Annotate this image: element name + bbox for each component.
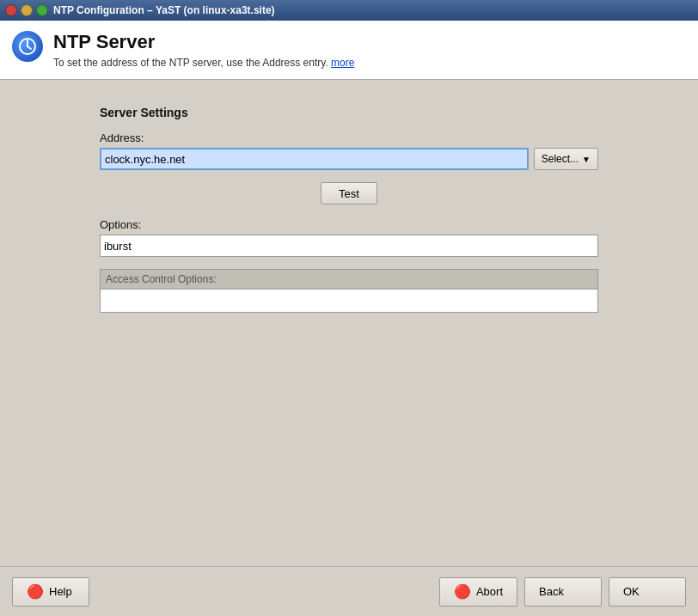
more-link[interactable]: more: [331, 57, 354, 69]
close-button[interactable]: [5, 4, 17, 16]
help-button[interactable]: 🔴 Help: [12, 577, 89, 607]
header-panel: NTP Server To set the address of the NTP…: [0, 21, 698, 80]
access-control-input[interactable]: [100, 289, 598, 313]
footer-right: 🔴 Abort Back OK: [439, 577, 686, 607]
access-control-label: Access Control Options:: [100, 269, 598, 289]
options-label: Options:: [100, 218, 598, 231]
footer-left: 🔴 Help: [12, 577, 89, 607]
server-settings-panel: Server Settings Address: Select... ▼ Tes…: [100, 106, 598, 313]
options-field-group: Options:: [100, 218, 598, 257]
test-row: Test: [100, 182, 598, 204]
main-content: Server Settings Address: Select... ▼ Tes…: [0, 80, 698, 566]
maximize-button[interactable]: [36, 4, 48, 16]
footer: 🔴 Help 🔴 Abort Back OK: [0, 566, 698, 616]
help-icon: 🔴: [27, 583, 44, 600]
select-button[interactable]: Select... ▼: [534, 148, 598, 170]
window-title: NTP Configuration – YaST (on linux-xa3t.…: [53, 4, 275, 16]
back-button[interactable]: Back: [524, 577, 602, 607]
access-control-section: Access Control Options:: [100, 269, 598, 313]
minimize-button[interactable]: [21, 4, 33, 16]
ok-button[interactable]: OK: [609, 577, 686, 607]
header-description: To set the address of the NTP server, us…: [53, 57, 354, 69]
abort-icon: 🔴: [454, 583, 471, 600]
header-text: NTP Server To set the address of the NTP…: [53, 31, 354, 69]
svg-line-2: [28, 46, 31, 49]
abort-button[interactable]: 🔴 Abort: [439, 577, 517, 607]
ntp-icon: [12, 31, 43, 62]
section-title: Server Settings: [100, 106, 598, 119]
chevron-down-icon: ▼: [582, 155, 591, 164]
window-controls[interactable]: [5, 4, 48, 16]
title-bar: NTP Configuration – YaST (on linux-xa3t.…: [0, 0, 698, 21]
address-field-group: Address: Select... ▼: [100, 131, 598, 170]
page-title: NTP Server: [53, 31, 354, 53]
address-label: Address:: [100, 131, 598, 144]
address-row: Select... ▼: [100, 148, 598, 170]
options-input[interactable]: [100, 235, 598, 257]
test-button[interactable]: Test: [321, 182, 377, 204]
address-input[interactable]: [100, 148, 529, 170]
